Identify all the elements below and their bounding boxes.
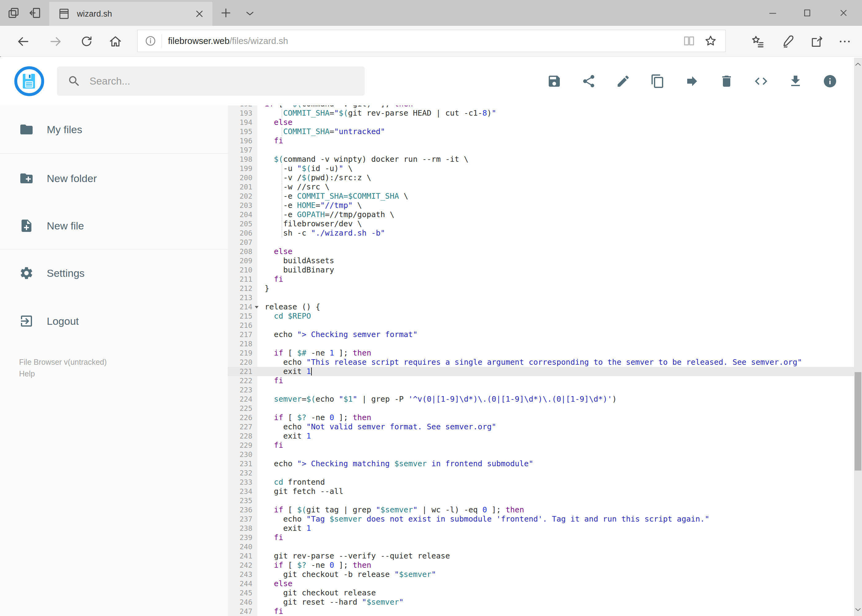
code-line[interactable]: 239 fi (228, 533, 854, 542)
line-number[interactable]: 201 (228, 182, 257, 192)
code-line[interactable]: 215 cd $REPO (228, 311, 854, 321)
code-line[interactable]: 241 git rev-parse --verify --quiet relea… (228, 552, 854, 561)
line-number[interactable]: 238 (228, 524, 257, 533)
url-bar[interactable]: filebrowser.web/files/wizard.sh (137, 30, 726, 52)
line-number[interactable]: 205 (228, 219, 257, 228)
filebrowser-logo[interactable] (14, 66, 45, 97)
line-number[interactable]: 223 (228, 385, 257, 394)
tab-list-chevron-icon[interactable] (244, 7, 256, 20)
code-line[interactable]: 203 -e HOME="//tmp" \ (228, 201, 854, 210)
code-line[interactable]: 198 $(command -v winpty) docker run --rm… (228, 155, 854, 164)
code-line[interactable]: 237 echo "Tag $semver does not exist in … (228, 514, 854, 524)
code-line[interactable]: 229 fi (228, 441, 854, 450)
code-line[interactable]: 209 buildAssets (228, 256, 854, 266)
line-number[interactable]: 227 (228, 422, 257, 432)
hub-favorites-icon[interactable] (751, 35, 765, 49)
code-line[interactable]: 217 echo "> Checking semver format" (228, 330, 854, 339)
delete-icon[interactable] (719, 74, 734, 89)
home-icon[interactable] (108, 35, 123, 49)
line-number[interactable]: 220 (228, 358, 257, 367)
line-number[interactable]: 225 (228, 404, 257, 413)
line-number[interactable]: 216 (228, 321, 257, 330)
line-number[interactable]: 236 (228, 505, 257, 514)
line-number[interactable]: 245 (228, 588, 257, 597)
code-line[interactable]: 232 (228, 468, 854, 478)
line-number[interactable]: 202 (228, 192, 257, 201)
code-line[interactable]: 227 echo "Not valid semver format. See s… (228, 422, 854, 432)
scrollbar-thumb[interactable] (855, 372, 861, 470)
line-number[interactable]: 210 (228, 266, 257, 275)
code-line[interactable]: 205 filebrowser/dev \ (228, 219, 854, 228)
code-line[interactable]: 208 else (228, 247, 854, 256)
line-number[interactable]: 209 (228, 256, 257, 266)
scrollbar[interactable] (854, 58, 862, 616)
copy-icon[interactable] (650, 74, 665, 89)
set-tabs-aside-icon[interactable] (28, 6, 42, 20)
code-line[interactable]: 242 if [ $? -ne 0 ]; then (228, 561, 854, 570)
line-number[interactable]: 200 (228, 173, 257, 182)
site-info-icon[interactable] (144, 35, 157, 47)
line-number[interactable]: 212 (228, 284, 257, 293)
new-tab-icon[interactable] (219, 6, 233, 20)
line-number[interactable]: 206 (228, 228, 257, 238)
code-line[interactable]: 210 buildBinary (228, 266, 854, 275)
line-number[interactable]: 219 (228, 349, 257, 358)
line-number[interactable]: 203 (228, 201, 257, 210)
line-number[interactable]: 224 (228, 394, 257, 404)
code-line[interactable]: 247 fi (228, 607, 854, 616)
code-line[interactable]: 206 sh -c "./wizard.sh -b" (228, 228, 854, 238)
line-number[interactable]: 197 (228, 146, 257, 155)
line-number[interactable]: 196 (228, 136, 257, 146)
line-number[interactable]: 208 (228, 247, 257, 256)
code-line[interactable]: 244 else (228, 579, 854, 588)
code-line[interactable]: 193 COMMIT_SHA="$(git rev-parse HEAD | c… (228, 108, 854, 118)
sidebar-item-settings[interactable]: Settings (0, 259, 228, 287)
close-icon[interactable] (834, 6, 853, 20)
code-line[interactable]: 196 fi (228, 136, 854, 146)
code-line[interactable]: 223 (228, 385, 854, 394)
line-number[interactable]: 199 (228, 164, 257, 173)
line-number[interactable]: 243 (228, 570, 257, 579)
help-link[interactable]: Help (19, 369, 35, 378)
code-line[interactable]: 222 fi (228, 376, 854, 385)
move-icon[interactable] (685, 74, 700, 89)
code-line[interactable]: 214release () { (228, 302, 854, 311)
line-number[interactable]: 194 (228, 118, 257, 127)
code-line[interactable]: 231 echo "> Checking matching $semver in… (228, 459, 854, 468)
line-number[interactable]: 229 (228, 441, 257, 450)
code-icon[interactable] (754, 74, 769, 89)
code-line[interactable]: 212} (228, 284, 854, 293)
line-number[interactable]: 231 (228, 459, 257, 468)
tab-close-icon[interactable] (194, 8, 205, 19)
line-number[interactable]: 192 (228, 105, 257, 108)
line-number[interactable]: 193 (228, 108, 257, 118)
search-input[interactable]: Search... (57, 66, 365, 96)
line-number[interactable]: 244 (228, 579, 257, 588)
code-line[interactable]: 213 (228, 293, 854, 302)
line-number[interactable]: 226 (228, 413, 257, 422)
minimize-icon[interactable] (763, 6, 783, 20)
code-line[interactable]: 194 else (228, 118, 854, 127)
browser-tab[interactable]: wizard.sh (49, 2, 212, 26)
code-line[interactable]: 197 (228, 146, 854, 155)
edit-icon[interactable] (616, 74, 630, 89)
line-number[interactable]: 211 (228, 275, 257, 284)
line-number[interactable]: 213 (228, 293, 257, 302)
code-line[interactable]: 230 (228, 450, 854, 459)
refresh-icon[interactable] (79, 35, 93, 49)
line-number[interactable]: 207 (228, 238, 257, 247)
line-number[interactable]: 247 (228, 607, 257, 616)
share-page-icon[interactable] (810, 35, 824, 49)
line-number[interactable]: 221 (228, 367, 257, 376)
code-line[interactable]: 221 exit 1 (228, 367, 854, 376)
back-icon[interactable] (16, 35, 30, 49)
line-number[interactable]: 230 (228, 450, 257, 459)
line-number[interactable]: 240 (228, 542, 257, 552)
download-icon[interactable] (788, 74, 803, 89)
line-number[interactable]: 195 (228, 127, 257, 136)
code-line[interactable]: 243 git checkout -b release "$semver" (228, 570, 854, 579)
tab-preview-icon[interactable] (7, 6, 20, 20)
line-number[interactable]: 241 (228, 552, 257, 561)
code-line[interactable]: 219 if [ $# -ne 1 ]; then (228, 349, 854, 358)
code-line[interactable]: 226 if [ $? -ne 0 ]; then (228, 413, 854, 422)
